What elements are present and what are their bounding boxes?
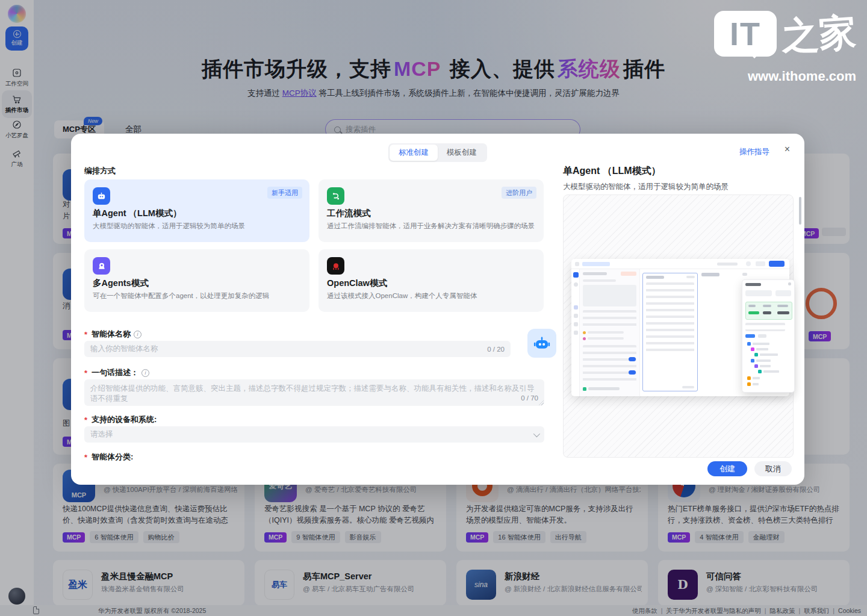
resize-grip-icon[interactable] xyxy=(539,400,544,405)
mode-title: 多Agents模式 xyxy=(93,278,149,289)
multi-agents-icon xyxy=(93,257,110,275)
info-icon[interactable]: i xyxy=(134,331,141,338)
ithome-logo-suffix: 之家 xyxy=(780,8,857,60)
mode-title: 工作流模式 xyxy=(327,208,371,219)
agent-avatar-button[interactable] xyxy=(527,329,556,358)
mode-card-multi-agents[interactable]: 多Agents模式 可在一个智能体中配置多个agent，以处理更加复杂的逻辑 xyxy=(84,249,309,312)
agent-name-input[interactable]: 输入你的智能体名称 0 / 20 xyxy=(84,341,511,357)
agent-name-label: * 智能体名称 i xyxy=(84,329,141,340)
preview-desc: 大模型驱动的智能体，适用于逻辑较为简单的场景 xyxy=(563,182,729,192)
mode-desc: 大模型驱动的智能体，适用于逻辑较为简单的场景 xyxy=(93,222,301,231)
modal-preview-column: 单Agent （LLM模式） 大模型驱动的智能体，适用于逻辑较为简单的场景 xyxy=(563,134,794,485)
mode-card-workflow[interactable]: 进阶用户 工作流模式 通过工作流编排智能体，适用于业务解决方案有清晰明确步骤的场… xyxy=(319,179,544,242)
desc-char-counter: 0 / 70 xyxy=(521,393,538,403)
robot-icon xyxy=(93,187,110,205)
page: 创建 工作空间 插件市场 小艺罗盘 广场 插件市场升级，支持MCP 接入、提供系… xyxy=(0,0,867,616)
cancel-button[interactable]: 取消 xyxy=(754,461,792,476)
orchestration-section-label: 编排方式 xyxy=(84,166,116,176)
desc-placeholder: 介绍智能体提供的功能、言简意赅、突出主题，描述总字数不得超过规定字数；描述需要与… xyxy=(90,384,535,403)
beginner-badge: 新手适用 xyxy=(267,187,302,199)
create-agent-dialog: 标准创建 模板创建 操作指导 × 编排方式 新手适用 单Agent （LLM模式… xyxy=(71,134,804,485)
name-char-counter: 0 / 20 xyxy=(487,346,505,353)
chevron-down-icon xyxy=(533,430,540,437)
workflow-icon xyxy=(327,187,344,205)
modal-scrollbar[interactable] xyxy=(799,197,801,225)
mode-title: OpenClaw模式 xyxy=(327,278,387,289)
mode-desc: 通过工作流编排智能体，适用于业务解决方案有清晰明确步骤的场景 xyxy=(327,222,535,231)
mode-card-single-agent[interactable]: 新手适用 单Agent （LLM模式） 大模型驱动的智能体，适用于逻辑较为简单的… xyxy=(84,179,309,242)
info-icon[interactable]: i xyxy=(141,369,149,377)
device-label: * 支持的设备和系统: xyxy=(84,414,157,425)
preview-debug-panel xyxy=(742,279,795,393)
agent-builder-preview xyxy=(563,194,794,458)
agent-name-placeholder: 输入你的智能体名称 xyxy=(90,344,158,354)
ithome-watermark: IT 之家 www.ithome.com xyxy=(714,11,856,84)
one-line-desc-label: * 一句话描述： i xyxy=(84,367,149,378)
preview-title: 单Agent （LLM模式） xyxy=(563,165,661,178)
mode-desc: 可在一个智能体中配置多个agent，以处理更加复杂的逻辑 xyxy=(93,291,301,300)
robot-avatar-icon xyxy=(533,334,551,352)
mode-title: 单Agent （LLM模式） xyxy=(93,208,181,219)
create-submit-button[interactable]: 创建 xyxy=(707,461,747,476)
mode-desc: 通过该模式接入OpenClaw，构建个人专属智能体 xyxy=(327,291,535,300)
category-label: * 智能体分类: xyxy=(84,452,133,462)
ithome-url: www.ithome.com xyxy=(714,69,856,84)
openclaw-icon xyxy=(327,257,344,275)
modal-form-column: 编排方式 新手适用 单Agent （LLM模式） 大模型驱动的智能体，适用于逻辑… xyxy=(84,134,544,485)
ithome-logo-icon: IT xyxy=(714,11,777,57)
device-placeholder: 请选择 xyxy=(90,429,113,440)
one-line-desc-textarea[interactable]: 介绍智能体提供的功能、言简意赅、突出主题，描述总字数不得超过规定字数；描述需要与… xyxy=(84,379,544,406)
advanced-badge: 进阶用户 xyxy=(502,187,536,199)
mode-card-openclaw[interactable]: OpenClaw模式 通过该模式接入OpenClaw，构建个人专属智能体 xyxy=(319,249,544,312)
device-select[interactable]: 请选择 xyxy=(84,426,544,443)
